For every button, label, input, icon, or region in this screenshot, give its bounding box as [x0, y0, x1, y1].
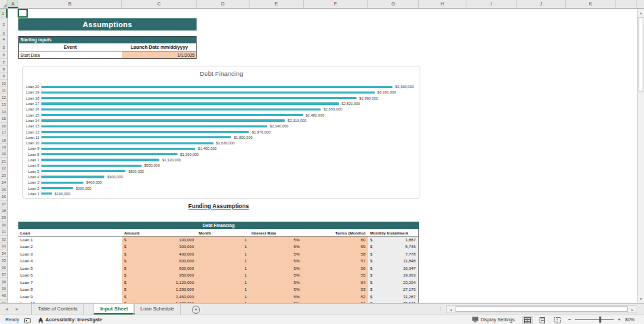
column-header-F[interactable]: F [304, 0, 368, 8]
row-header-13[interactable]: 13 [0, 101, 7, 108]
display-settings-button[interactable]: Display Settings [481, 315, 515, 324]
row-header-31[interactable]: 31 [0, 228, 7, 235]
cell-loan[interactable]: Loan 4 [18, 258, 122, 264]
cell-amount[interactable]: 1,120,000$ [122, 279, 197, 286]
cell-rate[interactable]: 5% [249, 243, 304, 250]
cell-terms[interactable]: 60 [304, 237, 368, 243]
vertical-scrollbar-thumb[interactable] [639, 17, 643, 92]
tab-splitter-handle[interactable]: ⋮ [438, 304, 443, 315]
start-date-label[interactable]: Start Date [18, 52, 122, 59]
tab-loan-schedule[interactable]: Loan Schedule [134, 304, 181, 315]
column-header-D[interactable]: D [197, 0, 249, 8]
scroll-up-icon[interactable]: ▲ [638, 11, 644, 15]
cell-month[interactable]: 1 [197, 272, 249, 279]
page-layout-view-button[interactable] [537, 316, 548, 324]
new-sheet-button[interactable]: + [192, 306, 200, 314]
vertical-scrollbar[interactable]: ▲ ▼ [637, 9, 644, 303]
cell-amount[interactable]: 1,290,000$ [122, 286, 197, 293]
row-header-39[interactable]: 39 [0, 285, 7, 292]
row-header-2[interactable]: 2 [0, 18, 7, 31]
row-header-11[interactable]: 11 [0, 87, 7, 94]
horizontal-scrollbar-thumb[interactable] [456, 306, 628, 312]
row-header-36[interactable]: 36 [0, 264, 7, 271]
row-header-24[interactable]: 24 [0, 179, 7, 186]
cell-amount[interactable]: 300,000$ [122, 243, 197, 250]
row-header-29[interactable]: 29 [0, 214, 7, 221]
cell-loan[interactable]: Loan 1 [18, 237, 122, 243]
cell-loan[interactable]: Loan 6 [18, 272, 122, 279]
row-header-23[interactable]: 23 [0, 172, 7, 179]
cell-amount[interactable]: 1,460,000$ [122, 293, 197, 300]
cell-rate[interactable]: 5% [249, 258, 304, 264]
cell-installment[interactable]: 5,746$ [368, 243, 419, 250]
cell-terms[interactable]: 56 [304, 265, 368, 272]
select-all-corner[interactable] [0, 0, 8, 8]
cell-month[interactable]: 1 [197, 243, 249, 250]
page-break-preview-button[interactable] [552, 316, 563, 324]
cell-terms[interactable]: 52 [304, 293, 368, 300]
row-header-15[interactable]: 15 [0, 115, 7, 122]
cell-terms[interactable]: 53 [304, 286, 368, 293]
row-header-27[interactable]: 27 [0, 201, 7, 207]
row-header-40[interactable]: 40 [0, 292, 7, 299]
row-header-6[interactable]: 6 [0, 52, 7, 59]
row-header-1[interactable]: 1 [0, 9, 7, 18]
column-header-C[interactable]: C [122, 0, 197, 8]
scroll-right-icon[interactable]: ► [630, 308, 635, 312]
cell-rate[interactable]: 5% [249, 272, 304, 279]
cell-amount[interactable]: 800,000$ [122, 265, 197, 272]
tab-scroll-left-icon[interactable]: ◄ [5, 304, 9, 315]
row-header-37[interactable]: 37 [0, 271, 7, 278]
column-header-I[interactable]: I [466, 0, 517, 8]
cell-month[interactable]: 1 [197, 293, 249, 300]
cell-amount[interactable]: 400,000$ [122, 251, 197, 258]
accessibility-status-button[interactable]: Accessibility: Investigate [45, 315, 102, 324]
scroll-down-icon[interactable]: ▼ [638, 297, 644, 301]
zoom-slider-thumb[interactable] [599, 317, 601, 323]
row-header-7[interactable]: 7 [0, 59, 7, 66]
cell-loan[interactable]: Loan 7 [18, 279, 122, 286]
row-header-9[interactable]: 9 [0, 73, 7, 79]
cell-month[interactable]: 1 [197, 286, 249, 293]
row-header-34[interactable]: 34 [0, 250, 7, 257]
column-header-H[interactable]: H [419, 0, 466, 8]
debt-financing-chart[interactable]: Debt Financing Loan 20$3,330,000Loan 19$… [22, 66, 420, 199]
cell-installment[interactable]: 27,176$ [368, 286, 419, 293]
column-header-partial[interactable] [616, 0, 637, 8]
row-header-30[interactable]: 30 [0, 222, 7, 228]
cell-terms[interactable]: 58 [304, 251, 368, 258]
column-header-A[interactable]: A [8, 0, 18, 8]
row-header-33[interactable]: 33 [0, 243, 7, 249]
cell-rate[interactable]: 5% [249, 293, 304, 300]
zoom-slider-track[interactable] [575, 319, 614, 320]
active-cell-selection[interactable] [18, 9, 28, 18]
row-header-8[interactable]: 8 [0, 66, 7, 73]
cell-rate[interactable]: 5% [249, 286, 304, 293]
row-header-4[interactable]: 4 [0, 36, 7, 43]
column-header-G[interactable]: G [368, 0, 419, 8]
macro-record-icon[interactable] [24, 317, 31, 324]
zoom-in-button[interactable]: + [618, 315, 621, 324]
row-header-18[interactable]: 18 [0, 137, 7, 144]
scroll-left-icon[interactable]: ◄ [448, 308, 454, 312]
cell-terms[interactable]: 55 [304, 272, 368, 279]
column-header-J[interactable]: J [517, 0, 566, 8]
cell-terms[interactable]: 59 [304, 243, 368, 250]
row-header-35[interactable]: 35 [0, 257, 7, 264]
cell-installment[interactable]: 23,204$ [368, 279, 419, 286]
row-header-26[interactable]: 26 [0, 193, 7, 200]
row-header-25[interactable]: 25 [0, 186, 7, 193]
column-header-K[interactable]: K [566, 0, 616, 8]
cell-installment[interactable]: 19,363$ [368, 272, 419, 279]
tab-input-sheet[interactable]: Input Sheet [94, 304, 135, 315]
cell-loan[interactable]: Loan 9 [18, 293, 122, 300]
row-header-12[interactable]: 12 [0, 94, 7, 101]
zoom-out-button[interactable]: − [568, 315, 571, 324]
row-header-14[interactable]: 14 [0, 108, 7, 115]
cell-month[interactable]: 1 [197, 279, 249, 286]
horizontal-scrollbar[interactable]: ◄ ► [446, 305, 637, 313]
row-header-16[interactable]: 16 [0, 123, 7, 129]
normal-view-button[interactable] [522, 316, 533, 324]
cell-installment[interactable]: 31,287$ [368, 293, 419, 300]
row-header-17[interactable]: 17 [0, 129, 7, 136]
